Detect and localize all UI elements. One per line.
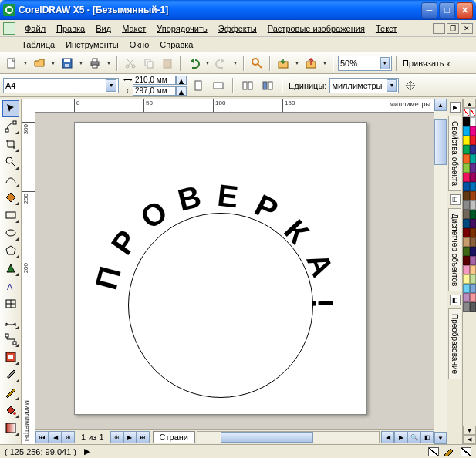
redo-dropdown[interactable]: ▼ — [231, 55, 239, 72]
close-button[interactable]: ✕ — [457, 2, 473, 19]
docker-transformations[interactable]: Преобразование — [448, 308, 461, 379]
current-page-button[interactable] — [259, 77, 276, 94]
paper-size-input[interactable] — [5, 81, 106, 90]
undo-button[interactable] — [185, 55, 202, 72]
palette-swatch[interactable] — [463, 117, 470, 126]
smart-fill-tool[interactable] — [2, 189, 19, 206]
palette-swatch[interactable] — [470, 163, 477, 173]
palette-swatch[interactable] — [470, 265, 477, 274]
palette-swatch[interactable] — [463, 219, 470, 228]
palette-swatch[interactable] — [470, 182, 477, 191]
export-dropdown[interactable]: ▼ — [321, 55, 329, 72]
palette-flyout[interactable]: ◀ — [463, 435, 476, 444]
menu-help[interactable]: Справка — [155, 39, 197, 51]
pick-tool[interactable] — [2, 100, 19, 117]
menu-window[interactable]: Окно — [125, 39, 154, 51]
palette-swatch[interactable] — [463, 293, 470, 302]
palette-swatch[interactable] — [463, 284, 470, 293]
landscape-button[interactable] — [210, 77, 227, 94]
menu-table[interactable]: Таблица — [17, 39, 59, 51]
zoom-dropdown-arrow[interactable]: ▼ — [380, 57, 390, 69]
open-button[interactable] — [31, 55, 48, 72]
palette-swatch[interactable] — [463, 163, 470, 173]
menu-tools[interactable]: Инструменты — [61, 39, 123, 51]
palette-swatch[interactable] — [463, 191, 470, 200]
basic-shapes-tool[interactable] — [2, 260, 19, 277]
text-on-path[interactable]: ПРОВЕРКА! — [97, 151, 390, 406]
zoom-tool-btn[interactable]: 🔍 — [407, 431, 420, 443]
docker-object-manager[interactable]: Диспетчер объектов — [448, 208, 461, 291]
nudge-button[interactable] — [402, 77, 419, 94]
interactive-tool[interactable] — [2, 349, 19, 365]
palette-swatch[interactable] — [470, 136, 477, 145]
menu-layout[interactable]: Макет — [117, 22, 150, 35]
v-scroll-up[interactable]: ▲ — [434, 99, 447, 111]
nav-next[interactable]: ▶ — [123, 431, 137, 443]
palette-swatch[interactable] — [470, 237, 477, 247]
palette-swatch[interactable] — [463, 302, 470, 312]
nav-add-before[interactable]: ⊕ — [62, 431, 75, 443]
palette-up[interactable]: ▲ — [463, 99, 476, 108]
palette-swatch[interactable] — [470, 219, 477, 228]
docker-expand[interactable]: ▶ — [450, 102, 461, 113]
palette-swatch[interactable] — [463, 173, 470, 182]
palette-swatch[interactable] — [463, 237, 470, 247]
h-scrollbar[interactable] — [197, 431, 380, 443]
palette-swatch[interactable] — [463, 145, 470, 154]
palette-swatch[interactable] — [470, 117, 477, 126]
connector-tool[interactable] — [2, 331, 19, 348]
print-dropdown[interactable]: ▼ — [105, 55, 113, 72]
undo-dropdown[interactable]: ▼ — [204, 55, 211, 72]
height-spinner[interactable]: ▲▼ — [176, 86, 187, 96]
cut-button[interactable] — [122, 55, 139, 72]
new-button[interactable] — [3, 55, 20, 72]
palette-swatch[interactable] — [470, 191, 477, 200]
palette-swatch[interactable] — [463, 136, 470, 145]
v-scrollbar[interactable]: ▲ ▼ — [434, 99, 447, 444]
save-button[interactable] — [59, 55, 76, 72]
open-dropdown[interactable]: ▼ — [49, 55, 57, 72]
page-width-input[interactable] — [133, 76, 176, 85]
units-arrow[interactable]: ▼ — [387, 79, 397, 92]
palette-swatch[interactable] — [470, 302, 477, 312]
palette-swatch[interactable] — [470, 145, 477, 154]
canvas-area[interactable]: ПРОВЕРКА! — [35, 113, 434, 429]
zoom-combo[interactable]: ▼ — [338, 56, 392, 71]
palette-swatch[interactable] — [463, 182, 470, 191]
palette-swatch[interactable] — [470, 210, 477, 219]
nav-prev[interactable]: ◀ — [49, 431, 62, 443]
maximize-button[interactable]: □ — [439, 2, 455, 19]
portrait-button[interactable] — [190, 77, 207, 94]
new-dropdown[interactable]: ▼ — [22, 55, 29, 72]
palette-swatch[interactable] — [463, 265, 470, 274]
eyedropper-tool[interactable] — [2, 366, 19, 383]
palette-swatch[interactable] — [463, 200, 470, 210]
mdi-restore-button[interactable]: ❐ — [447, 23, 459, 34]
menu-view[interactable]: Вид — [91, 22, 116, 35]
page-height-input[interactable] — [133, 86, 176, 96]
nav-add-after[interactable]: ⊕ — [110, 431, 123, 443]
zoom-input[interactable] — [340, 59, 380, 68]
rectangle-tool[interactable] — [2, 207, 19, 224]
print-button[interactable] — [86, 55, 103, 72]
docker-icon-1[interactable]: ◫ — [450, 194, 461, 205]
palette-swatch[interactable] — [470, 284, 477, 293]
paper-size-combo[interactable]: ▼ — [3, 78, 119, 93]
menu-arrange[interactable]: Упорядочить — [152, 22, 211, 35]
polygon-tool[interactable] — [2, 242, 19, 259]
outline-indicator[interactable] — [461, 447, 471, 456]
units-combo[interactable]: ▼ — [329, 78, 399, 93]
shape-tool[interactable] — [2, 118, 19, 135]
menu-file[interactable]: Файл — [20, 22, 50, 35]
palette-swatch[interactable] — [470, 154, 477, 163]
palette-nofill[interactable] — [463, 108, 470, 117]
import-button[interactable] — [275, 55, 292, 72]
zoom-tool[interactable] — [2, 153, 19, 170]
menu-effects[interactable]: Эффекты — [214, 22, 262, 35]
v-scroll-down[interactable]: ▼ — [434, 432, 447, 444]
docker-object-properties[interactable]: Свойства объекта — [448, 116, 461, 191]
dimension-tool[interactable] — [2, 313, 19, 330]
menu-edit[interactable]: Правка — [52, 22, 89, 35]
palette-nofill[interactable] — [470, 108, 477, 117]
text-tool[interactable]: A — [2, 278, 19, 295]
